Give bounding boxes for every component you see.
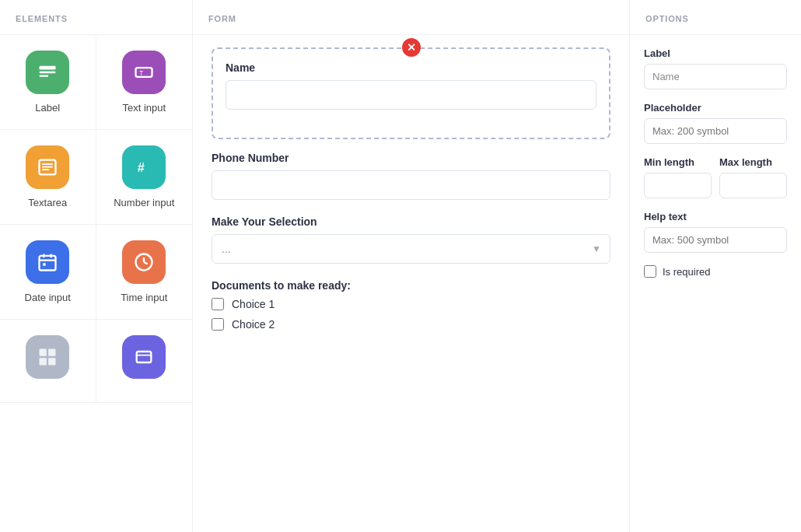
selection-select[interactable]: ... — [212, 234, 610, 264]
min-length-col: Min length — [644, 156, 712, 198]
options-panel: Options Label Placeholder Min length Max… — [630, 0, 801, 532]
max-length-input[interactable] — [719, 173, 787, 198]
max-length-label: Max length — [719, 156, 787, 168]
element-textarea[interactable]: Textarea — [0, 130, 96, 225]
textarea-icon — [26, 145, 69, 189]
svg-rect-10 — [40, 256, 56, 271]
element-text-input-text: Text input — [122, 102, 166, 114]
choice-1-checkbox[interactable] — [212, 298, 224, 310]
svg-rect-2 — [40, 75, 49, 77]
svg-rect-19 — [48, 349, 55, 356]
element-time-input[interactable]: Time input — [96, 225, 193, 320]
min-length-input[interactable] — [644, 173, 712, 198]
element-label[interactable]: Label — [0, 35, 96, 130]
name-field: Name — [226, 61, 596, 110]
element-time-input-text: Time input — [121, 292, 167, 303]
element-text-input[interactable]: T Text input — [96, 35, 193, 130]
svg-text:#: # — [138, 160, 145, 174]
placeholder-option-label: Placeholder — [644, 102, 787, 114]
element-number-input[interactable]: # Number input — [96, 130, 193, 225]
element-date-input[interactable]: Date input — [0, 225, 96, 320]
element-number-input-text: Number input — [114, 197, 174, 208]
help-text-option-label: Help text — [644, 211, 787, 222]
placeholder-option-input[interactable] — [644, 118, 787, 144]
element-textarea-text: Textarea — [28, 197, 67, 208]
min-length-label: Min length — [644, 156, 712, 168]
required-label: Is required — [663, 266, 710, 278]
element-label-text: Label — [35, 102, 60, 114]
min-max-row: Min length Max length — [644, 156, 787, 198]
elements-grid: Label T Text input Textarea # Number inp… — [0, 35, 192, 403]
svg-rect-18 — [40, 349, 47, 356]
element-date-input-text: Date input — [25, 292, 71, 303]
documents-label: Documents to make ready: — [212, 279, 610, 292]
svg-rect-21 — [48, 358, 55, 365]
options-content: Label Placeholder Min length Max length … — [630, 35, 801, 290]
element-7[interactable] — [0, 320, 96, 403]
svg-line-17 — [144, 262, 148, 264]
choice-1-item[interactable]: Choice 1 — [212, 298, 610, 310]
svg-rect-1 — [40, 72, 56, 73]
date-icon — [26, 240, 69, 284]
svg-rect-8 — [42, 169, 49, 170]
phone-label: Phone Number — [212, 152, 610, 164]
placeholder-option-group: Placeholder — [644, 102, 787, 144]
name-label: Name — [226, 61, 596, 74]
choice-2-checkbox[interactable] — [212, 318, 224, 331]
svg-rect-14 — [43, 263, 46, 266]
label-option-label: Label — [644, 47, 787, 59]
text-input-icon: T — [122, 51, 166, 94]
svg-rect-3 — [136, 68, 152, 77]
choice-2-item[interactable]: Choice 2 — [212, 318, 610, 331]
selection-field: Make Your Selection ... ▼ — [212, 215, 610, 264]
phone-input[interactable] — [212, 170, 610, 200]
svg-text:T: T — [139, 70, 143, 77]
help-text-option-input[interactable] — [644, 227, 787, 253]
phone-field: Phone Number — [212, 152, 610, 200]
help-text-option-group: Help text — [644, 211, 787, 253]
options-header: Options — [630, 0, 801, 35]
close-button[interactable]: ✕ — [402, 38, 421, 57]
label-option-group: Label — [644, 47, 787, 89]
element-8-icon — [122, 335, 166, 379]
name-field-selected: ✕ Name — [212, 47, 610, 139]
svg-rect-7 — [42, 166, 53, 168]
elements-header: Elements — [0, 0, 192, 35]
label-option-input[interactable] — [644, 64, 787, 89]
selection-label: Make Your Selection — [212, 215, 610, 228]
required-row: Is required — [644, 265, 787, 278]
elements-panel: Elements Label T Text input Textarea — [0, 0, 193, 532]
name-input[interactable] — [226, 80, 596, 110]
choice-1-label: Choice 1 — [232, 298, 275, 310]
required-checkbox[interactable] — [644, 265, 656, 278]
selection-wrapper: ... ▼ — [212, 234, 610, 264]
form-header: Form — [193, 0, 629, 35]
svg-rect-22 — [137, 352, 152, 362]
element-8[interactable] — [96, 320, 193, 403]
element-7-icon — [26, 335, 69, 379]
choice-2-label: Choice 2 — [232, 318, 275, 331]
documents-field: Documents to make ready: Choice 1 Choice… — [212, 279, 610, 331]
svg-rect-0 — [40, 66, 56, 70]
max-length-col: Max length — [719, 156, 787, 198]
svg-rect-20 — [40, 358, 47, 365]
number-icon: # — [122, 145, 166, 189]
svg-rect-6 — [42, 163, 53, 165]
time-icon — [122, 240, 166, 284]
form-content: ✕ Name Phone Number Make Your Selection … — [193, 35, 629, 359]
checkbox-group: Choice 1 Choice 2 — [212, 298, 610, 331]
form-panel: Form ✕ Name Phone Number Make Your Selec… — [193, 0, 630, 532]
label-icon — [26, 51, 69, 94]
